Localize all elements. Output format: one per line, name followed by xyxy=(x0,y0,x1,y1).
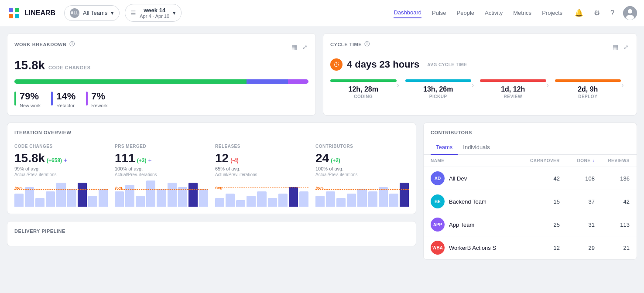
metric-rework-pct: 7% xyxy=(91,91,107,102)
all-teams-dropdown[interactable]: ALL All Teams ▾ xyxy=(64,5,120,21)
team-name-alldev: All Dev xyxy=(449,175,467,182)
iter-contributors-delta: (+2) xyxy=(331,157,340,164)
iter-code-changes-sub: Actual/Prev. iterations xyxy=(14,172,108,177)
iteration-overview-title: ITERATION OVERVIEW xyxy=(14,130,409,135)
week-dates: Apr 4 - Apr 10 xyxy=(140,14,169,19)
cycle-time-title: CYCLE TIME ⓘ xyxy=(330,41,370,48)
contributors-table: NAME CARRYOVER DONE ↓ REVIEWS AD All Dev… xyxy=(424,155,637,259)
workerb-reviews: 21 xyxy=(595,245,630,251)
team-name-backend: Backend Team xyxy=(449,198,486,205)
col-done-header: DONE ↓ xyxy=(560,158,595,163)
cycle-time-help-icon[interactable]: ⓘ xyxy=(364,41,370,48)
work-breakdown-expand-btn[interactable]: ⤢ xyxy=(301,43,308,51)
work-breakdown-progress xyxy=(14,79,308,84)
iter-prs-merged-label: PRS MERGED xyxy=(115,144,208,149)
table-row[interactable]: AD All Dev 42 108 136 xyxy=(424,167,637,190)
cycle-time-actions: ▦ ⤢ xyxy=(612,43,630,51)
stage-review-value: 1d, 12h xyxy=(501,85,525,93)
iter-code-changes-delta: (+658) xyxy=(47,157,62,164)
workerb-done: 29 xyxy=(560,245,595,251)
iter-prs-merged-chart: Avg. xyxy=(115,181,208,207)
iter-contributors-label: CONTRIBUTORS xyxy=(315,144,409,149)
metric-new-work: 79% New work xyxy=(14,91,41,108)
alldev-reviews: 136 xyxy=(595,175,630,182)
table-row[interactable]: BE Backend Team 15 37 42 xyxy=(424,190,637,213)
tab-teams[interactable]: Teams xyxy=(431,140,458,155)
logo-icon xyxy=(7,6,21,20)
cycle-time-icon: ⏱ xyxy=(330,58,343,71)
team-avatar-workerb: WBA xyxy=(431,241,445,255)
iter-code-changes-value: 15.8k xyxy=(14,151,45,165)
table-row[interactable]: APP App Team 25 31 113 xyxy=(424,213,637,236)
progress-new-work xyxy=(14,79,247,84)
tab-individuals[interactable]: Individuals xyxy=(458,140,495,155)
iter-contributors-sub: Actual/Prev. iterations xyxy=(315,172,409,177)
settings-button[interactable]: ⚙ xyxy=(592,7,602,19)
team-avatar-app: APP xyxy=(431,218,445,232)
work-breakdown-metrics: 79% New work 14% Refactor 7% Rework xyxy=(14,91,308,108)
stage-pickup-value: 13h, 26m xyxy=(423,85,453,93)
cycle-time-chart-btn[interactable]: ▦ xyxy=(612,43,619,51)
iter-code-changes-chart: Avg. xyxy=(14,181,108,207)
header-controls: ALL All Teams ▾ ☰ week 14 Apr 4 - Apr 10… xyxy=(64,4,394,22)
user-avatar[interactable] xyxy=(623,6,637,20)
iter-releases-label: RELEASES xyxy=(215,144,308,149)
stage-review: 1d, 12h REVIEW xyxy=(480,79,546,99)
work-breakdown-value: 15.8k xyxy=(14,58,45,72)
app-done: 31 xyxy=(560,221,595,228)
delivery-pipeline-card: DELIVERY PIPELINE xyxy=(7,221,416,246)
iter-code-changes-add[interactable]: + xyxy=(64,157,67,164)
all-teams-label: All Teams xyxy=(83,10,107,16)
iter-prs-merged-sub: Actual/Prev. iterations xyxy=(115,172,208,177)
cycle-time-expand-btn[interactable]: ⤢ xyxy=(623,43,630,51)
alldev-done: 108 xyxy=(560,175,595,182)
nav-dashboard[interactable]: Dashboard xyxy=(394,7,421,18)
work-breakdown-actions: ▦ ⤢ xyxy=(291,43,308,51)
table-row[interactable]: WBA WorkerB Actions S 12 29 21 xyxy=(424,236,637,259)
col-name: NAME xyxy=(431,158,525,163)
metric-refactor-pct: 14% xyxy=(56,91,75,102)
stage-coding: 12h, 28m CODING xyxy=(330,79,397,99)
all-badge: ALL xyxy=(70,8,79,18)
stage-pickup-name: PICKUP xyxy=(429,94,447,99)
cycle-time-header: CYCLE TIME ⓘ ▦ ⤢ xyxy=(330,41,630,53)
iter-prs-merged-add[interactable]: + xyxy=(148,157,151,164)
cycle-time-value: 4 days 23 hours xyxy=(347,59,419,70)
notifications-button[interactable]: 🔔 xyxy=(573,7,585,19)
backend-done: 37 xyxy=(560,198,595,205)
workerb-carryover: 12 xyxy=(525,245,560,251)
nav-pulse[interactable]: Pulse xyxy=(432,8,446,18)
metric-rework-label: Rework xyxy=(91,103,107,108)
metric-refactor-bar xyxy=(51,92,53,106)
stage-review-name: REVIEW xyxy=(504,94,522,99)
iter-releases: RELEASES 12 (-4) 65% of avg. Actual/Prev… xyxy=(215,144,308,207)
stage-arrow-4: › xyxy=(621,80,630,90)
app-carryover: 25 xyxy=(525,221,560,228)
iter-releases-delta: (-4) xyxy=(230,157,239,164)
stage-deploy-bar xyxy=(555,79,621,82)
nav-activity[interactable]: Activity xyxy=(485,8,503,18)
help-button[interactable]: ? xyxy=(609,7,616,19)
nav-metrics[interactable]: Metrics xyxy=(513,8,531,18)
iter-prs-merged-value: 111 xyxy=(115,151,135,165)
nav-projects[interactable]: Projects xyxy=(542,8,562,18)
week-chevron-icon: ▾ xyxy=(173,10,176,16)
metric-refactor-label: Refactor xyxy=(56,103,75,108)
work-breakdown-chart-btn[interactable]: ▦ xyxy=(291,43,298,51)
contributors-tabs: Teams Individuals xyxy=(424,140,637,155)
svg-rect-0 xyxy=(9,8,13,12)
logo-text: LINEARB xyxy=(24,9,55,17)
week-dropdown[interactable]: ☰ week 14 Apr 4 - Apr 10 ▾ xyxy=(125,4,182,22)
calendar-icon: ☰ xyxy=(130,10,136,17)
col-reviews: REVIEWS xyxy=(595,158,630,163)
nav-people[interactable]: People xyxy=(457,8,474,18)
cycle-time-card: CYCLE TIME ⓘ ▦ ⤢ ⏱ 4 days 23 hours AVG C… xyxy=(323,33,637,116)
col-done: DONE xyxy=(577,158,591,163)
work-breakdown-help-icon[interactable]: ⓘ xyxy=(69,41,75,48)
header: LINEARB ALL All Teams ▾ ☰ week 14 Apr 4 … xyxy=(0,0,644,26)
work-breakdown-title: WORK BREAKDOWN ⓘ xyxy=(14,41,75,48)
svg-rect-1 xyxy=(15,8,19,12)
stage-coding-value: 12h, 28m xyxy=(349,85,378,93)
col-carryover: CARRYOVER xyxy=(525,158,560,163)
contributors-title: CONTRIBUTORS xyxy=(431,130,630,135)
